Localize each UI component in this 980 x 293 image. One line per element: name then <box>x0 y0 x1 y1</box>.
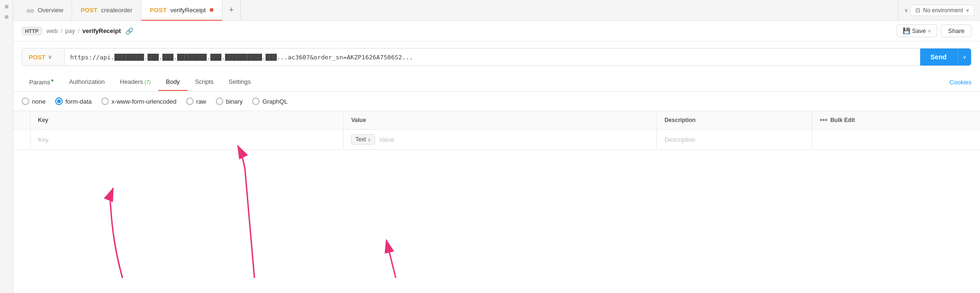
bulk-edit-label[interactable]: Bulk Edit <box>830 117 855 123</box>
body-type-raw[interactable]: raw <box>186 98 206 105</box>
value-placeholder[interactable]: Value <box>379 136 394 143</box>
tab-params-label: Params <box>29 79 50 86</box>
text-type-label: Text <box>355 136 366 143</box>
row-key-cell[interactable]: Key <box>30 130 343 150</box>
plus-icon: + <box>229 5 234 15</box>
radio-form-data-inner <box>57 99 61 103</box>
tab-overflow-chevron[interactable]: ∨ <box>904 7 908 14</box>
breadcrumb-sep-2: / <box>78 27 80 34</box>
headers-badge: (7) <box>143 79 151 85</box>
row-checkbox-cell <box>13 130 30 150</box>
tab-headers-label: Headers <box>120 78 143 85</box>
radio-binary-circle <box>216 98 223 105</box>
radio-graphql-circle <box>252 98 260 105</box>
radio-graphql-label: GraphQL <box>262 98 287 105</box>
sidebar-dot-2 <box>5 15 8 19</box>
table-header-key: Key <box>30 111 343 130</box>
tab-verifyreceipt-method: POST <box>150 7 166 14</box>
table-header-check <box>13 111 30 130</box>
method-chevron-icon: ∨ <box>48 54 52 60</box>
send-button-group: Send ∨ <box>920 49 971 65</box>
tab-settings-label: Settings <box>229 78 251 85</box>
radio-form-data-circle <box>55 98 63 105</box>
tab-unsaved-dot <box>210 8 213 12</box>
breadcrumb-actions: 💾 Save ∨ Share <box>897 24 972 37</box>
share-label: Share <box>948 27 964 34</box>
tab-body-label: Body <box>166 78 180 85</box>
tab-overview-label: Overview <box>38 7 63 14</box>
breadcrumb-sep-1: / <box>61 27 63 34</box>
tab-overview[interactable]: ⌾⌾ Overview <box>18 0 72 20</box>
method-dropdown[interactable]: POST ∨ <box>22 49 65 65</box>
radio-urlencoded-label: x-www-form-urlencoded <box>112 98 177 105</box>
no-env-icon: ⊡ <box>915 7 920 14</box>
tab-verifyreceipt-label: verifyReceipt <box>170 7 205 14</box>
left-sidebar <box>0 0 13 293</box>
radio-binary-label: binary <box>226 98 243 105</box>
tab-authorization-label: Authorization <box>69 78 105 85</box>
row-value-cell: Text ∨ Value <box>343 130 657 150</box>
cookies-link[interactable]: Cookies <box>949 74 972 90</box>
radio-form-data-label: form-data <box>65 98 92 105</box>
body-type-form-data[interactable]: form-data <box>55 98 92 105</box>
environment-selector[interactable]: ⊡ No environment ∨ <box>910 5 974 16</box>
tab-bar: ⌾⌾ Overview POST createorder POST verify… <box>13 0 980 21</box>
tab-scripts[interactable]: Scripts <box>188 73 221 91</box>
link-icon[interactable]: 🔗 <box>125 27 133 35</box>
save-button[interactable]: 💾 Save ∨ <box>897 24 938 37</box>
share-button[interactable]: Share <box>941 24 972 37</box>
sub-tabs-right: Cookies <box>949 79 972 86</box>
radio-none-label: none <box>32 98 46 105</box>
radio-raw-circle <box>186 98 194 105</box>
body-type-binary[interactable]: binary <box>216 98 243 105</box>
page-wrapper: ⌾⌾ Overview POST createorder POST verify… <box>0 0 980 293</box>
text-type-chevron-icon: ∨ <box>368 137 371 142</box>
tab-params[interactable]: Params● <box>22 73 61 91</box>
sub-tabs: Params● Authorization Headers (7) Body S… <box>13 73 980 92</box>
new-tab-button[interactable]: + <box>222 0 241 20</box>
body-type-graphql[interactable]: GraphQL <box>252 98 287 105</box>
tab-body[interactable]: Body <box>158 73 188 91</box>
send-chevron-icon: ∨ <box>963 54 966 60</box>
text-type-dropdown[interactable]: Text ∨ <box>351 134 375 145</box>
url-bar: POST ∨ Send ∨ <box>22 48 972 66</box>
table-row: Key Text ∨ Value Description <box>13 130 980 150</box>
params-badge: ● <box>51 77 54 83</box>
http-badge: HTTP <box>22 27 42 35</box>
send-label: Send <box>931 53 947 61</box>
tab-authorization[interactable]: Authorization <box>61 73 112 91</box>
kv-table: Key Value Description ••• Bulk Edit Key <box>13 111 980 150</box>
send-dropdown-button[interactable]: ∨ <box>957 49 971 65</box>
body-type-none[interactable]: none <box>22 98 46 105</box>
save-label: Save <box>912 27 926 34</box>
tab-createorder-label: createorder <box>101 7 132 14</box>
row-description-cell[interactable]: Description <box>657 130 812 150</box>
radio-urlencoded-circle <box>101 98 109 105</box>
sidebar-dot-1 <box>5 5 8 8</box>
breadcrumb-web: web <box>47 27 58 34</box>
env-chevron-icon: ∨ <box>966 8 969 13</box>
tab-createorder[interactable]: POST createorder <box>72 0 141 20</box>
tab-settings[interactable]: Settings <box>221 73 258 91</box>
body-type-urlencoded[interactable]: x-www-form-urlencoded <box>101 98 177 105</box>
table-header-description: Description <box>657 111 812 130</box>
breadcrumb-pay: pay <box>65 27 75 34</box>
content-area: ⌾⌾ Overview POST createorder POST verify… <box>13 0 980 150</box>
method-label: POST <box>29 54 45 61</box>
url-input[interactable] <box>65 49 920 65</box>
send-button[interactable]: Send <box>920 49 957 65</box>
save-disk-icon: 💾 <box>903 27 910 34</box>
breadcrumb-endpoint: verifyReceipt <box>82 27 121 34</box>
table-header-bulk-edit: ••• Bulk Edit <box>812 111 980 130</box>
tab-bar-right: ∨ ⊡ No environment ∨ <box>898 0 980 20</box>
tab-verifyreceipt[interactable]: POST verifyReceipt <box>141 0 222 21</box>
save-chevron-icon[interactable]: ∨ <box>928 28 931 33</box>
table-header-value: Value <box>343 111 657 130</box>
row-actions-cell <box>812 130 980 150</box>
bulk-dots[interactable]: ••• <box>820 116 828 124</box>
tab-headers[interactable]: Headers (7) <box>112 73 158 91</box>
overview-icon: ⌾⌾ <box>26 7 34 14</box>
tab-scripts-label: Scripts <box>195 78 214 85</box>
radio-none-circle <box>22 98 29 105</box>
body-type-row: none form-data x-www-form-urlencoded raw <box>13 92 980 111</box>
